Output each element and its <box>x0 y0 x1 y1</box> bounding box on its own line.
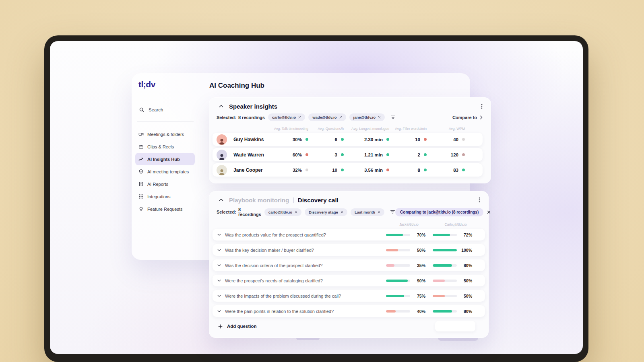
close-icon[interactable] <box>339 116 342 119</box>
filter-chip-last-month[interactable]: Last month <box>351 208 384 216</box>
sidebar-item-label: AI Insights Hub <box>147 157 180 162</box>
kebab-menu-icon[interactable] <box>478 196 481 204</box>
filter-chip-carlo[interactable]: carlo@tldv.io <box>264 208 301 216</box>
chevron-down-icon[interactable] <box>217 264 221 267</box>
filter-chip-carlo[interactable]: carlo@tldv.io <box>268 113 305 121</box>
column-header: Avg. Talk time/meeting <box>270 127 308 131</box>
question-text: Was the decision criteria of the prospec… <box>225 263 322 268</box>
filter-funnel-icon[interactable] <box>390 115 396 120</box>
speaker-name: Jane Cooper <box>230 167 270 173</box>
progress-percent: 100% <box>460 248 472 253</box>
question-row[interactable]: Was the key decision maker / buyer clari… <box>213 244 485 256</box>
filter-funnel-icon[interactable] <box>390 210 395 214</box>
sidebar-item-clips[interactable]: Clips & Reels <box>135 140 195 153</box>
column-header: Avg. Questions/h <box>308 127 344 131</box>
close-icon[interactable] <box>378 211 380 214</box>
page-title: AI Coaching Hub <box>209 82 264 90</box>
selected-recordings-link[interactable]: 8 recordings <box>238 115 265 120</box>
progress-group-b: 72% <box>433 232 472 237</box>
question-row[interactable]: Were the prospect's needs of cataloging … <box>213 275 485 286</box>
status-dot <box>305 153 308 156</box>
question-row[interactable]: Was the products value for the prospect … <box>213 229 485 241</box>
chevron-down-icon[interactable] <box>217 233 221 236</box>
progress-bar <box>386 264 410 267</box>
close-icon[interactable] <box>298 116 301 119</box>
playbook-title-muted: Playbook monitoring <box>229 197 289 204</box>
lightbulb-icon <box>138 206 144 212</box>
filter-chip-discovery-stage[interactable]: Discovery stage <box>305 208 347 216</box>
avatar <box>217 150 227 160</box>
progress-group-a: 35% <box>386 263 425 268</box>
search-input[interactable]: Search <box>139 107 163 113</box>
sidebar-item-feature-requests[interactable]: Feature Requests <box>135 203 195 215</box>
progress-group-b: 80% <box>433 263 472 268</box>
sidebar-item-meetings[interactable]: Meetings & folders <box>135 128 195 140</box>
chip-label: carlo@tldv.io <box>268 210 292 214</box>
comparing-to-label: Comparing to jack@tldv.io (8 recordings) <box>400 210 479 214</box>
question-row[interactable]: Were the pain points in relation to the … <box>213 305 485 317</box>
table-row-guy-hawkins[interactable]: Guy Hawkins 30% 6 2.30 min 10 40 <box>213 133 483 146</box>
compare-to-button[interactable]: Compare to <box>452 115 483 120</box>
question-text: Was the key decision maker / buyer clari… <box>225 248 314 253</box>
collapse-chevron-up-icon[interactable] <box>218 104 224 109</box>
status-dot <box>386 138 389 141</box>
question-row[interactable]: Was the decision criteria of the prospec… <box>213 259 485 271</box>
progress-percent: 70% <box>413 232 425 237</box>
close-icon[interactable] <box>341 211 343 214</box>
progress-bar <box>433 295 457 297</box>
add-question-button[interactable]: Add question <box>213 321 485 332</box>
chevron-down-icon[interactable] <box>217 279 221 282</box>
speaker-name: Wade Warren <box>230 152 270 158</box>
table-row-jane-cooper[interactable]: Jane Cooper 32% 10 3.56 min 8 83 <box>213 163 483 177</box>
sidebar-divider <box>137 121 194 122</box>
question-row[interactable]: Were the impacts of the problem discusse… <box>213 290 485 302</box>
table-row-wade-warren[interactable]: Wade Warren 60% 3 1.21 min 2 120 <box>213 148 483 161</box>
progress-percent: 90% <box>413 278 425 283</box>
sidebar-item-label: Clips & Reels <box>147 144 174 149</box>
progress-group-a: 70% <box>386 232 425 237</box>
kebab-menu-icon[interactable] <box>480 103 483 110</box>
chip-label: wade@tldv.io <box>312 115 336 119</box>
sidebar-item-integrations[interactable]: Integrations <box>135 190 195 203</box>
playbook-title: Discovery call <box>298 197 339 204</box>
stacked-card-edge <box>296 338 320 340</box>
chevron-down-icon[interactable] <box>217 310 221 313</box>
chip-label: carlo@tldv.io <box>272 115 296 119</box>
metric-value: 3.56 min <box>364 168 383 173</box>
filter-chip-jane[interactable]: jane@tldv.io <box>349 113 385 121</box>
playbook-filter-row: Selected: 8 recordings carlo@tldv.io Dis… <box>217 207 482 217</box>
filter-chip-wade[interactable]: wade@tldv.io <box>308 113 346 121</box>
progress-percent: 35% <box>413 263 425 268</box>
column-header: Avg. Longest monologue <box>344 127 389 131</box>
progress-percent: 72% <box>460 232 472 237</box>
selected-recordings-link[interactable]: 8 recordings <box>238 207 261 217</box>
status-dot <box>341 153 344 156</box>
close-icon[interactable] <box>378 116 381 119</box>
metric-value: 83 <box>453 168 458 173</box>
selected-label: Selected: <box>217 115 236 120</box>
progress-bar <box>433 264 457 267</box>
metric-value: 10 <box>332 168 337 173</box>
metric-value: 8 <box>418 168 420 173</box>
chevron-down-icon[interactable] <box>217 294 221 297</box>
sidebar-item-ai-meeting-templates[interactable]: AI meeting templates <box>135 165 195 178</box>
close-icon[interactable] <box>295 211 297 214</box>
chevron-down-icon[interactable] <box>217 249 221 251</box>
question-text: Were the impacts of the problem discusse… <box>225 294 341 298</box>
sidebar-item-ai-reports[interactable]: AI Reports <box>135 178 195 190</box>
chip-label: Discovery stage <box>309 210 338 214</box>
sidebar-item-ai-insights-hub[interactable]: AI Insights Hub <box>135 153 195 165</box>
comparing-to-chip[interactable]: Comparing to jack@tldv.io (8 recordings) <box>395 208 483 216</box>
question-text: Were the prospect's needs of cataloging … <box>225 278 323 283</box>
progress-group-b: 80% <box>433 309 472 314</box>
plus-icon <box>218 324 223 329</box>
video-camera-icon <box>138 132 144 137</box>
collapse-chevron-up-icon[interactable] <box>218 197 224 202</box>
search-label: Search <box>149 107 163 112</box>
status-dot <box>386 153 389 156</box>
column-header: Avg. WPM <box>427 127 465 131</box>
playbook-card-header: Playbook monitoring | Discovery call <box>209 191 488 204</box>
close-comparison-icon[interactable] <box>487 210 491 214</box>
sidebar-item-label: AI Reports <box>147 182 168 187</box>
metric-value: 10 <box>415 137 420 142</box>
